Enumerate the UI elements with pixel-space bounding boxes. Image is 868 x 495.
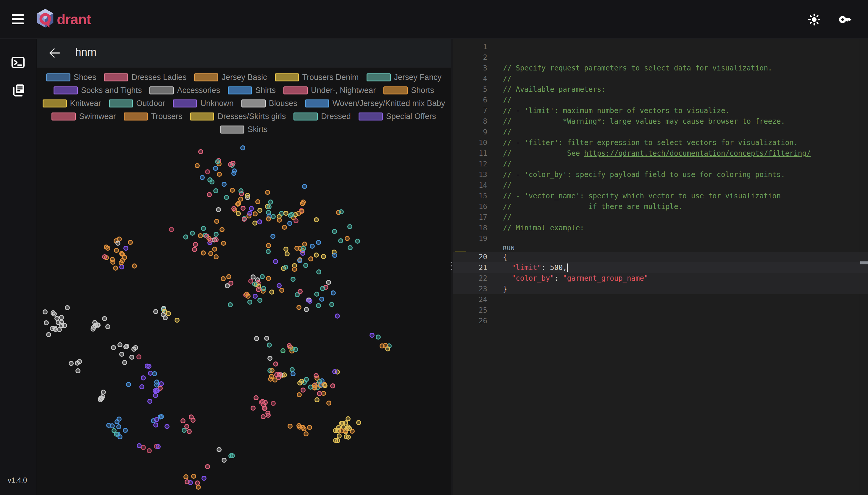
code-line[interactable]: 23} <box>453 284 868 294</box>
legend-item[interactable]: Trousers <box>124 112 182 121</box>
legend-item[interactable]: Swimwear <box>52 112 116 121</box>
panel-resize-handle[interactable] <box>451 39 453 495</box>
legend-item[interactable]: Socks and Tights <box>54 86 142 95</box>
code-line[interactable]: 26 <box>453 315 868 326</box>
scatter-point <box>198 233 203 238</box>
code-line[interactable]: 13// - 'color_by': specify payload field… <box>453 169 868 180</box>
code-line[interactable]: 2 <box>453 52 868 63</box>
scatter-point <box>228 302 233 307</box>
scatter-point <box>44 320 49 325</box>
legend-swatch-icon <box>228 86 252 95</box>
legend-item[interactable]: Outdoor <box>109 99 165 108</box>
code-line[interactable]: 4// <box>453 73 868 84</box>
scatter-point <box>192 247 197 252</box>
scatter-point <box>219 227 225 232</box>
code-line[interactable]: 6// <box>453 95 868 105</box>
docs-link[interactable]: https://qdrant.tech/documentation/concep… <box>584 149 811 157</box>
legend-item[interactable]: Accessories <box>149 86 220 95</box>
scatter-point <box>345 426 350 431</box>
legend-item[interactable]: Dresses/Skirts girls <box>190 112 286 121</box>
scatter-point <box>283 265 288 270</box>
code-line[interactable]: 14// <box>453 180 868 191</box>
code-line[interactable]: 10// - 'filter': filter expression to se… <box>453 137 868 148</box>
code-line[interactable]: 7// - 'limit': maximum number of vectors… <box>453 105 868 116</box>
legend-item[interactable]: Under-, Nightwear <box>283 86 376 95</box>
code-line[interactable]: 22 "color_by": "garment_group_name" <box>453 273 868 284</box>
top-bar: drant <box>0 0 868 39</box>
scatter-point <box>222 458 227 463</box>
qdrant-logo-icon <box>36 8 54 29</box>
console-tab[interactable] <box>10 54 26 71</box>
code-text: // if there are multiple. <box>487 201 683 212</box>
code-line[interactable]: 17// <box>453 212 868 223</box>
api-key-button[interactable] <box>837 11 854 28</box>
legend-item[interactable]: Blouses <box>242 99 297 108</box>
line-number: 25 <box>453 305 487 315</box>
code-line[interactable]: 15// - 'vector_name': specify which vect… <box>453 191 868 201</box>
legend-swatch-icon <box>104 73 128 81</box>
legend-item[interactable]: Knitwear <box>42 99 101 108</box>
code-line[interactable]: 20{ <box>453 252 868 262</box>
scatter-point <box>266 413 271 418</box>
scatter-point <box>260 274 265 279</box>
code-line[interactable]: 18// Minimal example: <box>453 223 868 233</box>
code-line[interactable]: 24 <box>453 294 868 305</box>
scatter-point <box>346 434 351 440</box>
legend-item[interactable]: Shirts <box>228 86 276 95</box>
code-editor[interactable]: 123// Specify request parameters to sele… <box>453 39 868 495</box>
scatter-point <box>307 425 312 430</box>
legend-item[interactable]: Shorts <box>384 86 434 95</box>
scatter-point <box>111 345 116 350</box>
legend-swatch-icon <box>46 73 70 81</box>
visualization-panel: hnm ShoesDresses LadiesJersey BasicTrous… <box>37 39 451 495</box>
legend-item[interactable]: Dressed <box>294 112 351 121</box>
code-line[interactable]: 11// See https://qdrant.tech/documentati… <box>453 148 868 159</box>
legend-item[interactable]: Unknown <box>173 99 234 108</box>
legend-item[interactable]: Jersey Basic <box>194 73 267 82</box>
scatter-point <box>255 199 260 204</box>
scatter-point <box>317 391 322 396</box>
code-line[interactable]: 21 "limit": 500, <box>453 262 868 273</box>
code-text <box>487 41 503 52</box>
code-line[interactable]: 16// if there are multiple. <box>453 201 868 212</box>
scatter-point <box>266 249 271 254</box>
scatter-point <box>105 324 110 329</box>
code-line[interactable]: 12// <box>453 159 868 169</box>
code-line[interactable]: 5// Available parameters: <box>453 84 868 95</box>
legend-item[interactable]: Woven/Jersey/Knitted mix Baby <box>305 99 445 108</box>
scatter-point <box>269 290 274 294</box>
code-line[interactable]: 19 <box>453 233 868 244</box>
collections-tab[interactable] <box>10 82 26 99</box>
code-line[interactable]: 9// <box>453 127 868 137</box>
scatter-point <box>236 211 241 216</box>
scatter-point <box>301 388 306 393</box>
scatter-point <box>299 379 304 384</box>
back-button[interactable] <box>47 47 61 60</box>
legend-item[interactable]: Trousers Denim <box>275 73 359 82</box>
legend-item[interactable]: Skirts <box>220 125 268 134</box>
scatter-point <box>214 254 219 259</box>
scatter-point <box>198 149 203 154</box>
menu-icon[interactable] <box>12 14 24 25</box>
scatter-point <box>158 414 163 420</box>
qdrant-logo[interactable]: drant <box>36 8 91 29</box>
scatter-point <box>304 377 309 382</box>
legend-item[interactable]: Jersey Fancy <box>367 73 442 82</box>
scatter-point <box>294 246 299 251</box>
run-button[interactable]: RUN <box>503 244 515 252</box>
scatter-point <box>210 180 214 185</box>
scatter-point <box>303 263 308 268</box>
legend-item[interactable]: Shoes <box>46 73 96 82</box>
code-line[interactable]: 8// *Warning*: large values may cause br… <box>453 116 868 127</box>
scatter-point <box>217 172 222 177</box>
code-line[interactable]: 1 <box>453 41 868 52</box>
scatter-point <box>146 364 152 369</box>
code-line[interactable]: 25 <box>453 305 868 315</box>
theme-toggle-button[interactable] <box>806 11 822 28</box>
line-number: 5 <box>453 84 487 95</box>
scatter-point <box>232 168 237 173</box>
scatter-point <box>294 218 299 223</box>
legend-item[interactable]: Special Offers <box>358 112 436 121</box>
code-line[interactable]: 3// Specify request parameters to select… <box>453 63 868 73</box>
legend-item[interactable]: Dresses Ladies <box>104 73 187 82</box>
